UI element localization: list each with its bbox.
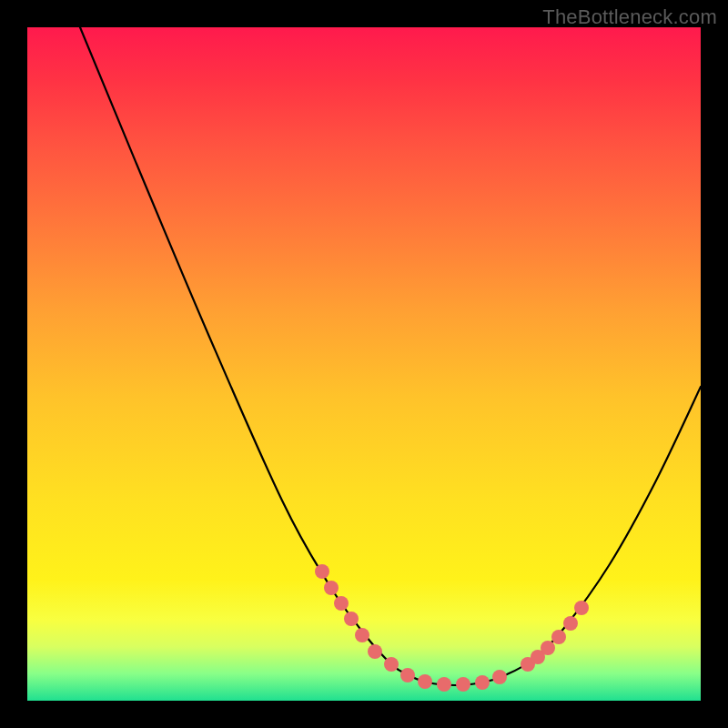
chart-plot-area xyxy=(27,27,701,701)
chart-svg xyxy=(27,27,701,701)
bottleneck-curve xyxy=(80,27,701,685)
curve-marker-dot xyxy=(344,612,359,626)
curve-marker-dot xyxy=(418,674,432,689)
watermark-text: TheBottleneck.com xyxy=(542,5,717,29)
curve-marker-dot xyxy=(334,596,349,611)
curve-marker-dot xyxy=(531,650,545,664)
curve-marker-dot xyxy=(456,677,470,692)
curve-marker-dot xyxy=(551,630,566,644)
curve-marker-dot xyxy=(574,601,589,615)
curve-marker-dot xyxy=(437,677,451,692)
curve-marker-dot xyxy=(368,644,382,659)
curve-marker-dot xyxy=(475,675,490,690)
curve-marker-dot xyxy=(324,581,339,595)
curve-marker-dot xyxy=(400,668,415,682)
curve-marker-dot xyxy=(384,657,399,672)
curve-marker-dot xyxy=(563,616,578,631)
curve-marker-dot xyxy=(355,628,369,642)
curve-marker-dot xyxy=(521,657,535,672)
curve-marker-dot xyxy=(541,641,555,655)
curve-marker-dot xyxy=(315,564,329,579)
curve-markers xyxy=(315,564,589,692)
curve-marker-dot xyxy=(492,670,507,684)
